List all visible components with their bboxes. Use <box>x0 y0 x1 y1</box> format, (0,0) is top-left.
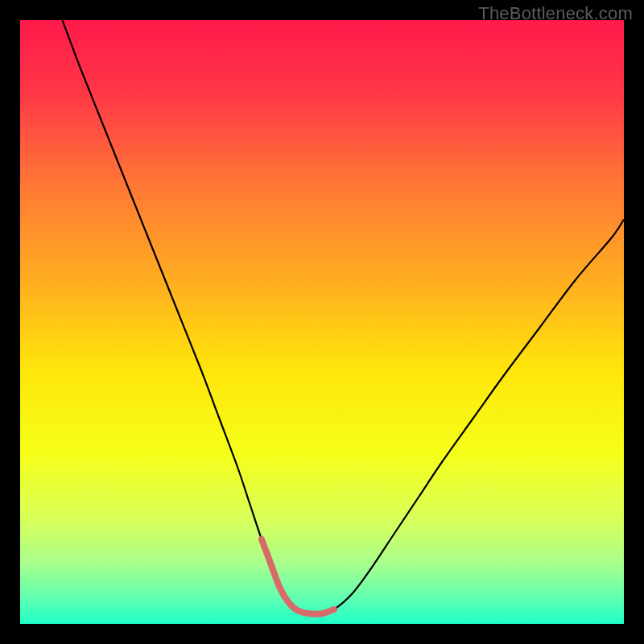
chart-frame: TheBottleneck.com <box>0 0 644 644</box>
chart-svg <box>20 20 624 624</box>
chart-background <box>20 20 624 624</box>
watermark-text: TheBottleneck.com <box>478 3 633 24</box>
chart-plot-area <box>20 20 624 624</box>
